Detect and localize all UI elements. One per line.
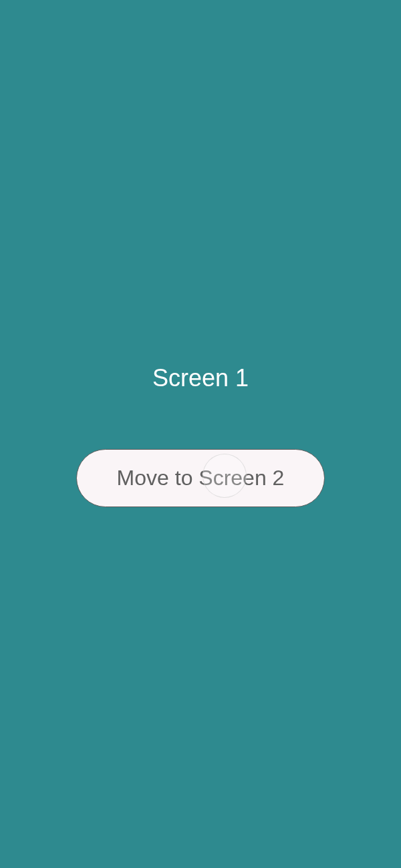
- button-label: Move to Screen 2: [117, 466, 285, 490]
- screen-content: Screen 1 Move to Screen 2: [0, 364, 401, 507]
- screen-title: Screen 1: [152, 364, 249, 392]
- move-to-screen-2-button[interactable]: Move to Screen 2: [76, 449, 325, 507]
